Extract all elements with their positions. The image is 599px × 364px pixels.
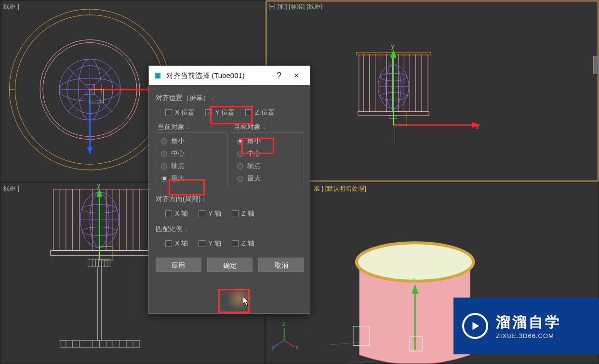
close-button[interactable]: ×	[288, 71, 305, 81]
app-icon: 3	[154, 72, 161, 79]
cursor-icon	[243, 297, 251, 307]
cancel-button[interactable]: 取消	[258, 258, 304, 272]
checkbox-label: X 位置	[175, 108, 195, 117]
checkbox-orient-z[interactable]: Z 轴	[232, 209, 254, 218]
match-scale-label: 匹配比例：	[156, 225, 304, 234]
watermark-banner: 溜溜自学 ZIXUE.3D66.COM	[453, 298, 599, 354]
checkbox-scale-y[interactable]: Y 轴	[199, 239, 221, 248]
svg-point-100	[359, 245, 472, 279]
svg-text:y: y	[391, 42, 394, 50]
play-icon	[462, 313, 488, 339]
dialog-titlebar[interactable]: 3 对齐当前选择 (Tube001) ? ×	[149, 66, 310, 85]
viewport-front-scene: x y	[266, 0, 599, 182]
align-position-label: 对齐位置（屏幕）：	[156, 94, 304, 103]
radio-current-max[interactable]: 最大	[161, 174, 223, 183]
checkbox-scale-z[interactable]: Z 轴	[232, 239, 254, 248]
help-button[interactable]: ?	[270, 71, 288, 81]
svg-text:3: 3	[156, 73, 159, 79]
orientation-axis-row: X 轴 Y 轴 Z 轴	[156, 207, 304, 221]
svg-rect-85	[60, 340, 140, 347]
scale-axis-row: X 轴 Y 轴 Z 轴	[156, 236, 304, 251]
radio-current-center[interactable]: 中心	[161, 149, 223, 158]
radio-current-pivot[interactable]: 轴点	[161, 162, 223, 170]
checkbox-x-position[interactable]: X 位置	[165, 108, 195, 117]
radio-target-min[interactable]: 最小	[237, 137, 299, 145]
ok-button[interactable]: 确定	[207, 258, 253, 272]
svg-rect-65	[51, 250, 151, 255]
target-object-label: 目标对象：	[234, 123, 304, 131]
position-axis-row: X 位置 Y 位置 Z 位置	[156, 105, 304, 120]
svg-text:x: x	[296, 344, 299, 351]
checkbox-label: Y 位置	[215, 108, 235, 117]
svg-text:y: y	[413, 275, 416, 283]
apply-button[interactable]: 应用	[156, 258, 201, 272]
watermark-url: ZIXUE.3D66.COM	[496, 332, 561, 339]
svg-text:z: z	[282, 321, 285, 327]
current-object-label: 当前对象：	[158, 123, 228, 131]
svg-text:y: y	[97, 182, 100, 189]
radio-target-center[interactable]: 中心	[237, 149, 299, 158]
checkbox-scale-x[interactable]: X 轴	[165, 239, 188, 248]
svg-marker-47	[390, 49, 396, 58]
checkbox-orient-x[interactable]: X 轴	[165, 209, 188, 218]
radio-target-max[interactable]: 最大	[237, 174, 299, 183]
radio-current-min[interactable]: 最小	[161, 137, 223, 145]
radio-target-pivot[interactable]: 轴点	[237, 162, 299, 170]
checkbox-y-position[interactable]: Y 位置	[205, 108, 235, 117]
target-object-frame: 最小 中心 轴点 最大	[232, 132, 304, 187]
dialog-title: 对齐当前选择 (Tube001)	[166, 71, 270, 80]
viewport-front[interactable]: [+] [前] [标准] [线框]	[265, 0, 599, 182]
checkbox-label: Z 位置	[255, 108, 274, 117]
watermark-brand: 溜溜自学	[496, 312, 561, 332]
checkbox-orient-y[interactable]: Y 轴	[199, 209, 221, 218]
side-panel-handle[interactable]	[593, 56, 599, 74]
align-orientation-label: 对齐方向(局部)：	[156, 195, 304, 204]
checkbox-z-position[interactable]: Z 位置	[245, 108, 274, 117]
svg-marker-20	[87, 147, 93, 155]
current-object-frame: 最小 中心 轴点 最大	[156, 132, 228, 187]
svg-line-107	[284, 340, 295, 347]
align-dialog: 3 对齐当前选择 (Tube001) ? × 对齐位置（屏幕）： X 位置 Y …	[148, 65, 310, 314]
svg-line-109	[274, 340, 284, 347]
svg-text:x: x	[476, 123, 479, 130]
